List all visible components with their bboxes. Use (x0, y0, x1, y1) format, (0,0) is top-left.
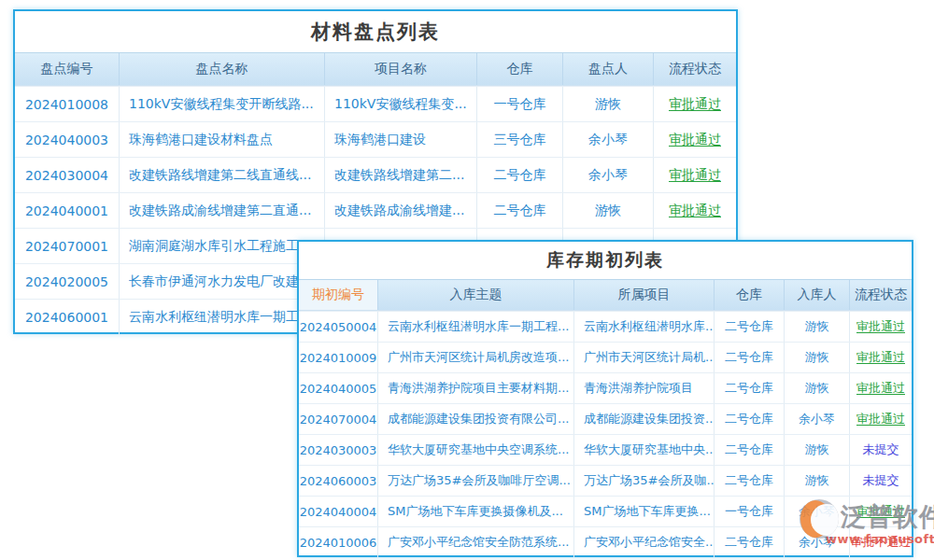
cell-inventory-name[interactable]: 110kV安徽线程集变开断线路... (119, 87, 324, 121)
material-inventory-title: 材料盘点列表 (15, 11, 736, 52)
cell-inventory-id[interactable]: 2024010008 (15, 87, 119, 121)
stock-opening-header-row: 期初编号 入库主题 所属项目 仓库 入库人 流程状态 (299, 279, 912, 311)
table-row[interactable]: 2024040001 改建铁路成渝线增建第二直通... 改建铁路成渝线增建...… (15, 192, 736, 228)
cell-inbound-person: 游恢 (784, 435, 849, 465)
column-header-warehouse: 仓库 (714, 280, 784, 310)
cell-flow-status[interactable]: 审批通过 (849, 343, 912, 372)
fanpu-watermark: 泛普软件 www.fanpusoft.com (800, 497, 934, 554)
column-header-inventory-id: 盘点编号 (15, 53, 119, 85)
cell-warehouse: 二号仓库 (714, 466, 784, 496)
cell-inventory-name[interactable]: 改建铁路成渝线增建第二直通... (119, 193, 324, 228)
column-header-inbound-subject: 入库主题 (377, 280, 573, 310)
cell-owning-project[interactable]: 云南水利枢纽潜明水库... (573, 312, 714, 342)
cell-inventory-name[interactable]: 湖南洞庭湖水库引水工程施工... (119, 229, 324, 263)
stock-opening-title: 库存期初列表 (299, 242, 912, 279)
cell-flow-status[interactable]: 审批通过 (653, 158, 736, 192)
cell-warehouse: 二号仓库 (714, 312, 784, 342)
cell-warehouse: 一号仓库 (714, 497, 784, 526)
column-header-warehouse: 仓库 (476, 53, 562, 85)
cell-owning-project[interactable]: 广安邓小平纪念馆安全... (573, 527, 714, 557)
cell-inbound-subject[interactable]: 华软大厦研究基地中央空调系统... (377, 435, 573, 465)
table-row[interactable]: 2024030003 华软大厦研究基地中央空调系统... 华软大厦研究基地中央.… (299, 434, 912, 465)
cell-inbound-subject[interactable]: 广州市天河区统计局机房改造项... (377, 343, 573, 372)
cell-inbound-person: 游恢 (784, 343, 849, 372)
cell-inbound-subject[interactable]: 青海洪湖养护院项目主要材料期... (377, 373, 573, 403)
cell-inventory-name[interactable]: 改建铁路线增建第二线直通线... (119, 158, 324, 192)
cell-inbound-subject[interactable]: 成都能源建设集团投资有限公司... (377, 404, 573, 434)
cell-flow-status[interactable]: 未提交 (849, 466, 912, 496)
cell-owning-project[interactable]: 万达广场35#会所及咖... (573, 466, 714, 496)
table-row[interactable]: 2024040005 青海洪湖养护院项目主要材料期... 青海洪湖养护院项目 二… (299, 372, 912, 403)
cell-owning-project[interactable]: 成都能源建设集团投资... (573, 404, 714, 434)
cell-opening-id[interactable]: 2024030003 (299, 435, 377, 465)
cell-inbound-person: 游恢 (784, 466, 849, 496)
cell-inbound-subject[interactable]: 云南水利枢纽潜明水库一期工程... (377, 312, 573, 342)
cell-opening-id[interactable]: 2024010006 (299, 527, 377, 557)
column-header-flow-status: 流程状态 (653, 53, 736, 85)
cell-opening-id[interactable]: 2024040004 (299, 497, 377, 526)
cell-project-name[interactable]: 改建铁路成渝线增建... (324, 193, 476, 228)
cell-inventory-person: 游恢 (562, 87, 653, 121)
table-row[interactable]: 2024040003 珠海鹤港口建设材料盘点 珠海鹤港口建设 三号仓库 余小琴 … (15, 121, 736, 157)
cell-inventory-name[interactable]: 珠海鹤港口建设材料盘点 (119, 122, 324, 157)
cell-opening-id[interactable]: 2024060003 (299, 466, 377, 496)
cell-inbound-person: 游恢 (784, 312, 849, 342)
cell-opening-id[interactable]: 2024070004 (299, 404, 377, 434)
table-row[interactable]: 2024010008 110kV安徽线程集变开断线路... 110kV安徽线程集… (15, 86, 736, 121)
cell-project-name[interactable]: 110kV安徽线程集变... (324, 87, 476, 121)
cell-inventory-id[interactable]: 2024040003 (15, 122, 119, 157)
cell-inbound-person: 游恢 (784, 373, 849, 403)
cell-inventory-id[interactable]: 2024040001 (15, 193, 119, 228)
cell-inventory-id[interactable]: 2024020005 (15, 264, 119, 299)
cell-flow-status[interactable]: 审批通过 (849, 404, 912, 434)
cell-warehouse: 二号仓库 (714, 435, 784, 465)
cell-project-name[interactable]: 改建铁路线增建第二... (324, 158, 476, 192)
cell-inbound-person: 余小琴 (784, 404, 849, 434)
cell-owning-project[interactable]: 华软大厦研究基地中央... (573, 435, 714, 465)
cell-flow-status[interactable]: 审批通过 (653, 122, 736, 157)
cell-warehouse: 三号仓库 (476, 122, 562, 157)
column-header-opening-id: 期初编号 (299, 280, 377, 310)
table-row[interactable]: 2024030004 改建铁路线增建第二线直通线... 改建铁路线增建第二...… (15, 157, 736, 192)
cell-owning-project[interactable]: 青海洪湖养护院项目 (573, 373, 714, 403)
cell-inbound-subject[interactable]: SM广场地下车库更换摄像机及... (377, 497, 573, 526)
cell-opening-id[interactable]: 2024050004 (299, 312, 377, 342)
cell-inventory-person: 游恢 (562, 193, 653, 228)
cell-opening-id[interactable]: 2024040005 (299, 373, 377, 403)
cell-inventory-name[interactable]: 长春市伊通河水力发电厂改建... (119, 264, 324, 299)
cell-owning-project[interactable]: SM广场地下车库更换... (573, 497, 714, 526)
cell-warehouse: 二号仓库 (714, 343, 784, 372)
column-header-owning-project: 所属项目 (573, 280, 714, 310)
material-inventory-header-row: 盘点编号 盘点名称 项目名称 仓库 盘点人 流程状态 (15, 52, 736, 86)
cell-owning-project[interactable]: 广州市天河区统计局机... (573, 343, 714, 372)
cell-opening-id[interactable]: 2024010009 (299, 343, 377, 372)
table-row[interactable]: 2024070004 成都能源建设集团投资有限公司... 成都能源建设集团投资.… (299, 403, 912, 434)
cell-warehouse: 二号仓库 (714, 527, 784, 557)
cell-inventory-person: 余小琴 (562, 122, 653, 157)
cell-flow-status[interactable]: 审批通过 (849, 373, 912, 403)
cell-inventory-person: 余小琴 (562, 158, 653, 192)
watermark-brand-text: 泛普软件 (841, 500, 934, 534)
cell-flow-status[interactable]: 未提交 (849, 435, 912, 465)
cell-project-name[interactable]: 珠海鹤港口建设 (324, 122, 476, 157)
cell-inventory-id[interactable]: 2024030004 (15, 158, 119, 192)
cell-inventory-id[interactable]: 2024060001 (15, 300, 119, 334)
cell-warehouse: 二号仓库 (714, 373, 784, 403)
cell-flow-status[interactable]: 审批通过 (849, 312, 912, 342)
cell-flow-status[interactable]: 审批通过 (653, 87, 736, 121)
cell-warehouse: 二号仓库 (714, 404, 784, 434)
cell-inventory-id[interactable]: 2024070001 (15, 229, 119, 263)
cell-inventory-name[interactable]: 云南水利枢纽潜明水库一期工... (119, 300, 324, 334)
column-header-inbound-person: 入库人 (784, 280, 849, 310)
cell-warehouse: 二号仓库 (476, 193, 562, 228)
watermark-url-text: www.fanpusoft.com (826, 532, 934, 546)
column-header-inventory-name: 盘点名称 (119, 53, 324, 85)
table-row[interactable]: 2024050004 云南水利枢纽潜明水库一期工程... 云南水利枢纽潜明水库.… (299, 311, 912, 342)
table-row[interactable]: 2024060003 万达广场35#会所及咖啡厅空调... 万达广场35#会所及… (299, 465, 912, 496)
cell-flow-status[interactable]: 审批通过 (653, 193, 736, 228)
cell-inbound-subject[interactable]: 广安邓小平纪念馆安全防范系统... (377, 527, 573, 557)
cell-warehouse: 二号仓库 (476, 158, 562, 192)
cell-warehouse: 一号仓库 (476, 87, 562, 121)
cell-inbound-subject[interactable]: 万达广场35#会所及咖啡厅空调... (377, 466, 573, 496)
table-row[interactable]: 2024010009 广州市天河区统计局机房改造项... 广州市天河区统计局机.… (299, 342, 912, 372)
